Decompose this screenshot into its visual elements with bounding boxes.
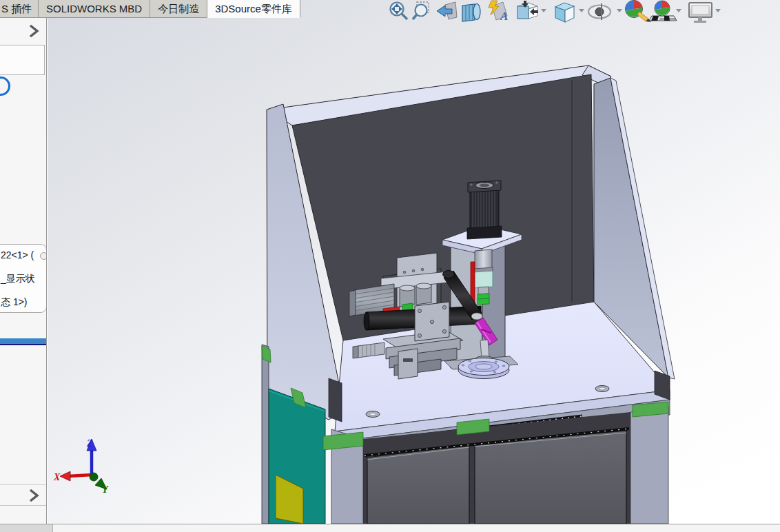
hide-show-items-icon[interactable] <box>588 3 610 20</box>
panel-expand-arrow-bottom[interactable] <box>26 488 41 503</box>
assembly-icon-fragment <box>0 76 10 96</box>
tree-item-label-line3[interactable]: 态 1>) <box>1 296 28 309</box>
panel-divider <box>0 484 47 485</box>
view-orientation-dropdown[interactable] <box>541 9 546 12</box>
panel-divider <box>0 505 47 506</box>
axis-triad: Z X Y <box>53 438 109 495</box>
view-orientation-icon[interactable] <box>517 1 538 19</box>
axis-y-label: Y <box>102 484 109 495</box>
view-settings-dropdown[interactable] <box>715 9 721 12</box>
apply-scene-dropdown[interactable] <box>676 9 681 12</box>
tab-3dsource-parts-library[interactable]: 3DSource零件库 <box>207 0 300 18</box>
svg-text:A: A <box>500 10 508 23</box>
tab-jinri-zhizao[interactable]: 今日制造 <box>150 0 207 18</box>
tree-item-label-line2[interactable]: _显示状 <box>1 273 35 285</box>
edit-appearance-icon[interactable] <box>626 1 652 23</box>
hide-show-items-dropdown[interactable] <box>617 9 622 12</box>
tab-plugins-partial[interactable]: S 插件 <box>0 0 39 18</box>
apply-scene-icon[interactable] <box>649 1 677 21</box>
view-settings-icon[interactable] <box>689 3 712 23</box>
zoom-to-fit-icon[interactable] <box>391 3 408 20</box>
dynamic-annotation-views-icon[interactable]: A <box>489 1 508 23</box>
section-view-icon[interactable] <box>462 4 480 22</box>
graphics-viewport[interactable]: Z X Y <box>48 0 780 524</box>
display-style-icon[interactable] <box>555 3 574 22</box>
status-bar-left-cell <box>0 524 53 532</box>
finned-extrusion-cylinder[interactable] <box>467 181 502 239</box>
ribbon-tab-bar: S 插件 SOLIDWORKS MBD 今日制造 3DSource零件库 <box>0 0 300 18</box>
heads-up-toolbar: A <box>391 1 721 23</box>
selected-tree-item-underline <box>0 344 46 345</box>
feature-manager-panel: 22<1> ( _显示状 态 1>) <box>0 18 47 524</box>
panel-expand-arrow-top[interactable] <box>26 23 41 39</box>
status-bar <box>0 524 780 532</box>
tooltip-bullet-icon <box>40 252 47 260</box>
tab-solidworks-mbd[interactable]: SOLIDWORKS MBD <box>39 0 150 18</box>
axis-x-label: X <box>53 472 61 482</box>
tree-item-label-line1[interactable]: 22<1> ( <box>1 249 34 260</box>
rotary-base-disc[interactable] <box>458 358 509 379</box>
zoom-to-area-icon[interactable] <box>413 2 429 19</box>
axis-z-label: Z <box>86 438 93 449</box>
selected-tree-item-bar[interactable] <box>0 338 46 344</box>
previous-view-icon[interactable] <box>437 2 457 19</box>
display-style-dropdown[interactable] <box>579 9 584 12</box>
lifting-eyebolt[interactable] <box>595 386 609 392</box>
cabinet-door-left[interactable] <box>367 445 469 524</box>
solidworks-window: Z X Y <box>0 0 780 532</box>
tree-filter-box[interactable] <box>0 45 45 75</box>
lifting-eyebolt[interactable] <box>366 411 380 418</box>
